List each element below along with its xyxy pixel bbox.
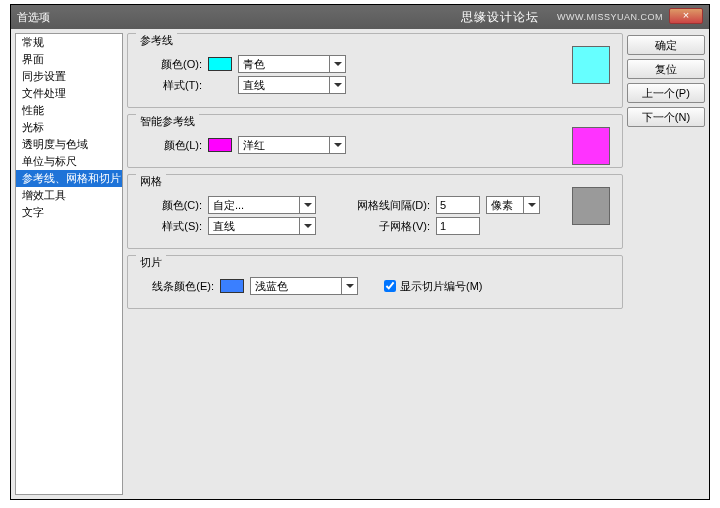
guides-color-label: 颜色(O): <box>136 57 202 72</box>
brand-text: 思缘设计论坛 <box>461 9 539 26</box>
chevron-down-icon <box>329 56 345 72</box>
chevron-down-icon <box>341 278 357 294</box>
legend-smart: 智能参考线 <box>136 114 199 129</box>
grid-spacing-input[interactable] <box>436 196 480 214</box>
grid-sub-input[interactable] <box>436 217 480 235</box>
grid-spacing-label: 网格线间隔(D): <box>352 198 430 213</box>
guides-color-swatch[interactable] <box>208 57 232 71</box>
smart-color-label: 颜色(L): <box>136 138 202 153</box>
chevron-down-icon <box>299 197 315 213</box>
brand-url: WWW.MISSYUAN.COM <box>557 12 663 22</box>
guides-style-label: 样式(T): <box>136 78 202 93</box>
sidebar-item-9[interactable]: 增效工具 <box>16 187 122 204</box>
legend-grid: 网格 <box>136 174 166 189</box>
guides-style-combo[interactable]: 直线 <box>238 76 346 94</box>
close-button[interactable]: × <box>669 8 703 24</box>
chevron-down-icon <box>523 197 539 213</box>
smart-color-swatch[interactable] <box>208 138 232 152</box>
prev-button[interactable]: 上一个(P) <box>627 83 705 103</box>
sidebar-item-8[interactable]: 参考线、网格和切片 <box>16 170 122 187</box>
grid-style-label: 样式(S): <box>136 219 202 234</box>
sidebar-item-0[interactable]: 常规 <box>16 34 122 51</box>
window-title: 首选项 <box>17 10 50 25</box>
reset-button[interactable]: 复位 <box>627 59 705 79</box>
preferences-window: 首选项 思缘设计论坛 WWW.MISSYUAN.COM × 常规界面同步设置文件… <box>10 4 710 500</box>
ok-button[interactable]: 确定 <box>627 35 705 55</box>
smart-color-combo[interactable]: 洋红 <box>238 136 346 154</box>
next-button[interactable]: 下一个(N) <box>627 107 705 127</box>
sidebar-item-10[interactable]: 文字 <box>16 204 122 221</box>
sidebar-item-2[interactable]: 同步设置 <box>16 68 122 85</box>
grid-sub-label: 子网格(V): <box>352 219 430 234</box>
chevron-down-icon <box>329 77 345 93</box>
chevron-down-icon <box>299 218 315 234</box>
main-panel: 参考线 颜色(O): 青色 样式(T): 直线 智能参考线 颜色(L): <box>127 33 623 495</box>
titlebar: 首选项 思缘设计论坛 WWW.MISSYUAN.COM × <box>11 5 709 29</box>
category-sidebar: 常规界面同步设置文件处理性能光标透明度与色域单位与标尺参考线、网格和切片增效工具… <box>15 33 123 495</box>
grid-style-combo[interactable]: 直线 <box>208 217 316 235</box>
close-icon: × <box>683 9 689 21</box>
guides-preview-swatch[interactable] <box>572 46 610 84</box>
grid-color-combo[interactable]: 自定... <box>208 196 316 214</box>
grid-color-label: 颜色(C): <box>136 198 202 213</box>
slices-show-input[interactable] <box>384 280 396 292</box>
group-grid: 网格 颜色(C): 自定... 网格线间隔(D): 像素 样式(S): 直线 子… <box>127 174 623 249</box>
sidebar-item-3[interactable]: 文件处理 <box>16 85 122 102</box>
slices-color-label: 线条颜色(E): <box>136 279 214 294</box>
smart-preview-swatch[interactable] <box>572 127 610 165</box>
slices-color-combo[interactable]: 浅蓝色 <box>250 277 358 295</box>
grid-preview-swatch[interactable] <box>572 187 610 225</box>
slices-color-swatch[interactable] <box>220 279 244 293</box>
sidebar-item-6[interactable]: 透明度与色域 <box>16 136 122 153</box>
grid-spacing-unit-combo[interactable]: 像素 <box>486 196 540 214</box>
slices-show-checkbox[interactable]: 显示切片编号(M) <box>384 279 483 294</box>
guides-color-combo[interactable]: 青色 <box>238 55 346 73</box>
chevron-down-icon <box>329 137 345 153</box>
sidebar-item-4[interactable]: 性能 <box>16 102 122 119</box>
sidebar-item-5[interactable]: 光标 <box>16 119 122 136</box>
right-buttons: 确定 复位 上一个(P) 下一个(N) <box>627 33 705 495</box>
group-guides: 参考线 颜色(O): 青色 样式(T): 直线 <box>127 33 623 108</box>
legend-slices: 切片 <box>136 255 166 270</box>
sidebar-item-1[interactable]: 界面 <box>16 51 122 68</box>
group-slices: 切片 线条颜色(E): 浅蓝色 显示切片编号(M) <box>127 255 623 309</box>
group-smart-guides: 智能参考线 颜色(L): 洋红 <box>127 114 623 168</box>
sidebar-item-7[interactable]: 单位与标尺 <box>16 153 122 170</box>
legend-guides: 参考线 <box>136 33 177 48</box>
